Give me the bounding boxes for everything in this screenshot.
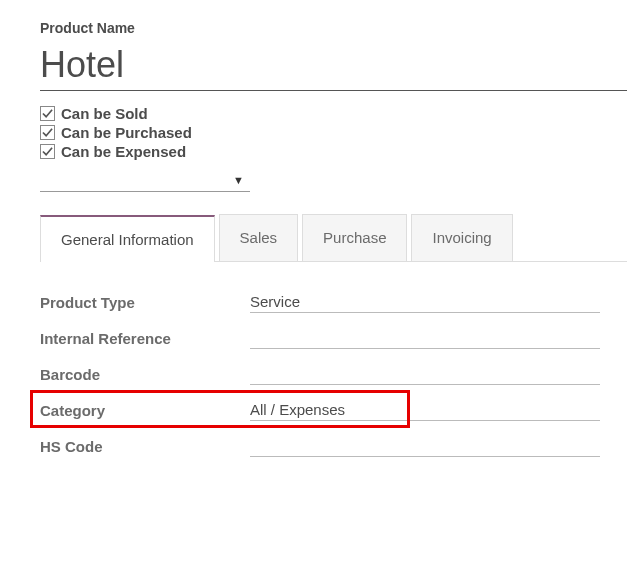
- can-be-purchased-label: Can be Purchased: [61, 124, 192, 141]
- category-label: Category: [40, 402, 250, 419]
- product-name-input[interactable]: [40, 42, 627, 91]
- check-icon: [42, 127, 53, 138]
- tab-sales[interactable]: Sales: [219, 214, 299, 261]
- check-icon: [42, 146, 53, 157]
- caret-down-icon: ▼: [233, 174, 244, 186]
- product-name-label: Product Name: [40, 20, 627, 36]
- general-form: Product Type Service Internal Reference …: [40, 288, 600, 460]
- check-icon: [42, 108, 53, 119]
- hs-code-label: HS Code: [40, 438, 250, 455]
- tab-invoicing[interactable]: Invoicing: [411, 214, 512, 261]
- can-be-sold-checkbox[interactable]: [40, 106, 55, 121]
- product-options: Can be Sold Can be Purchased Can be Expe…: [40, 105, 627, 160]
- tab-purchase[interactable]: Purchase: [302, 214, 407, 261]
- internal-reference-value[interactable]: [250, 327, 600, 349]
- barcode-label: Barcode: [40, 366, 250, 383]
- barcode-value[interactable]: [250, 363, 600, 385]
- tag-dropdown[interactable]: ▼: [40, 168, 250, 192]
- product-type-label: Product Type: [40, 294, 250, 311]
- can-be-expensed-label: Can be Expensed: [61, 143, 186, 160]
- category-value[interactable]: All / Expenses: [250, 399, 600, 421]
- product-type-value[interactable]: Service: [250, 291, 600, 313]
- can-be-sold-label: Can be Sold: [61, 105, 148, 122]
- can-be-purchased-checkbox[interactable]: [40, 125, 55, 140]
- hs-code-value[interactable]: [250, 435, 600, 457]
- tab-general-information[interactable]: General Information: [40, 215, 215, 262]
- tab-bar: General Information Sales Purchase Invoi…: [40, 214, 627, 262]
- can-be-expensed-checkbox[interactable]: [40, 144, 55, 159]
- product-name-section: Product Name: [40, 20, 627, 91]
- internal-reference-label: Internal Reference: [40, 330, 250, 347]
